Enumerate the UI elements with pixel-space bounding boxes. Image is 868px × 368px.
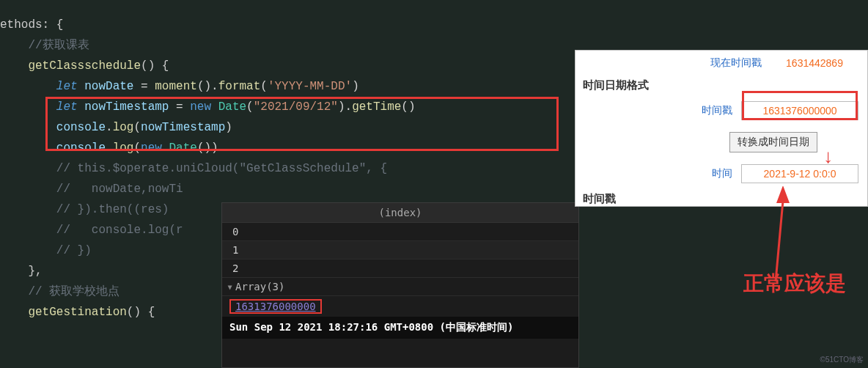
now-timestamp-label: 现在时间戳 xyxy=(710,56,762,70)
time-output[interactable]: 2021-9-12 0:0:0 xyxy=(741,164,858,183)
devtools-timestamp[interactable]: 1631376000000 xyxy=(229,299,322,314)
devtools-row[interactable]: 0 xyxy=(222,223,578,241)
now-timestamp-value: 1631442869 xyxy=(770,57,858,69)
devtools-array[interactable]: ▶Array(3) xyxy=(222,278,578,296)
now-timestamp-row: 现在时间戳 1631442869 xyxy=(575,51,867,76)
arrow-down-icon: ↓ xyxy=(823,147,834,169)
timestamp-converter-panel: 现在时间戳 1631442869 时间日期格式 时间戳 163137600000… xyxy=(575,50,868,207)
annotation-arrow xyxy=(732,186,790,283)
expand-icon: ▶ xyxy=(227,285,235,290)
panel-heading-timestamp: 时间戳 xyxy=(575,189,867,209)
devtools-console: (index) 0 1 2 ▶Array(3) 1631376000000 Su… xyxy=(221,202,579,368)
devtools-date: Sun Sep 12 2021 18:27:16 GMT+0800 (中国标准时… xyxy=(222,317,578,339)
devtools-header: (index) xyxy=(222,203,578,223)
timestamp-input-row: 时间戳 1631376000000 xyxy=(575,95,867,126)
watermark: ©51CTO博客 xyxy=(820,355,864,365)
devtools-row[interactable]: 2 xyxy=(222,260,578,278)
devtools-row[interactable]: 1 xyxy=(222,241,578,260)
time-label: 时间 xyxy=(712,167,732,180)
timestamp-input[interactable]: 1631376000000 xyxy=(741,101,858,120)
panel-heading-format: 时间日期格式 xyxy=(575,76,867,95)
convert-button[interactable]: 转换成时间日期 xyxy=(729,132,817,152)
annotation-text: 正常应该是 xyxy=(743,270,846,298)
timestamp-label: 时间戳 xyxy=(702,104,732,117)
code-line: ethods: { xyxy=(0,15,868,35)
